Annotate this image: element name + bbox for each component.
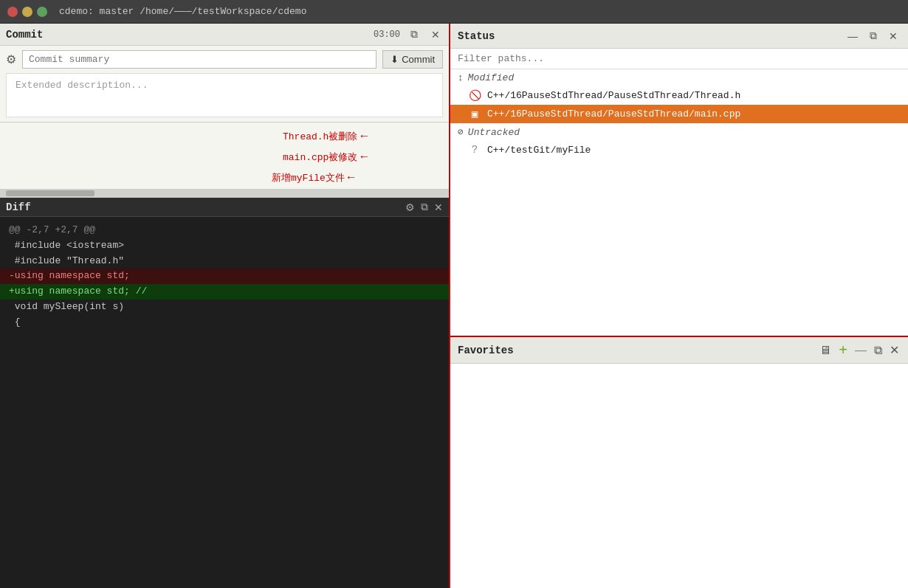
item-path: C++/16PauseStdThread/PauseStdThread/main… xyxy=(487,108,740,120)
main-layout: Commit 03:00 ⧉ ✕ ⚙ ⬇ Commit Extended des… xyxy=(0,24,908,588)
diff-gear-button[interactable]: ⚙ xyxy=(405,201,415,213)
item-path: C++/16PauseStdThread/PauseStdThread/Thre… xyxy=(487,90,740,101)
diff-line: @@ -2,7 +2,7 @@ xyxy=(0,223,449,238)
category-label: Untracked xyxy=(468,127,520,138)
favorites-external-button[interactable]: ⧉ xyxy=(873,344,884,357)
status-external-button[interactable]: ⧉ xyxy=(867,28,880,44)
commit-gear-button[interactable]: ⚙ xyxy=(6,52,16,66)
item-status-icon: ? xyxy=(468,144,481,156)
favorites-title: Favorites xyxy=(458,345,514,356)
status-title: Status xyxy=(458,30,495,42)
commit-time: 03:00 xyxy=(374,30,400,40)
annotations-area: Thread.h被删除 main.cpp被修改 新增myFile文件 xyxy=(0,122,449,189)
diff-header: Diff ⚙ ⧉ ✕ xyxy=(0,198,449,217)
commit-close-button[interactable]: ✕ xyxy=(428,27,443,42)
diff-line: void mySleep(int s) xyxy=(0,300,449,315)
status-header: Status — ⧉ ✕ xyxy=(450,24,908,49)
window-minimize-button[interactable] xyxy=(22,7,32,17)
status-minimize-button[interactable]: — xyxy=(845,28,861,44)
left-panel: Commit 03:00 ⧉ ✕ ⚙ ⬇ Commit Extended des… xyxy=(0,24,450,588)
category-icon: ↕ xyxy=(458,72,464,83)
window-maximize-button[interactable] xyxy=(37,7,47,17)
category-icon: ⊘ xyxy=(458,126,464,138)
diff-header-icons: ⚙ ⧉ ✕ xyxy=(405,201,443,213)
commit-section: Commit 03:00 ⧉ ✕ ⚙ ⬇ Commit Extended des… xyxy=(0,24,449,122)
commit-button[interactable]: ⬇ Commit xyxy=(382,50,443,69)
diff-content: @@ -2,7 +2,7 @@ #include <iostream> #inc… xyxy=(0,217,449,588)
diff-close-button[interactable]: ✕ xyxy=(434,201,443,213)
item-status-icon: ▣ xyxy=(468,108,481,120)
window-controls xyxy=(7,7,47,17)
commit-btn-icon: ⬇ xyxy=(391,54,399,65)
titlebar: cdemo: master /home/———/testWorkspace/cd… xyxy=(0,0,908,24)
scrollbar-thumb[interactable] xyxy=(6,190,94,196)
item-status-icon: 🚫 xyxy=(468,89,481,102)
favorites-add-button[interactable]: + xyxy=(837,342,849,359)
commit-header: Commit 03:00 ⧉ ✕ xyxy=(0,24,449,46)
status-section: Status — ⧉ ✕ ↕Modified🚫C++/16PauseStdThr… xyxy=(450,24,908,337)
commit-header-right: 03:00 ⧉ ✕ xyxy=(374,27,443,42)
diff-section: Diff ⚙ ⧉ ✕ @@ -2,7 +2,7 @@ #include <ios… xyxy=(0,198,449,588)
favorites-close-button[interactable]: ✕ xyxy=(888,343,901,357)
commit-input-row: ⚙ ⬇ Commit xyxy=(0,46,449,73)
commit-external-button[interactable]: ⧉ xyxy=(407,27,421,42)
diff-line: #include <iostream> xyxy=(0,238,449,254)
category-label: Modified xyxy=(468,72,514,83)
annotation-2: 新增myFile文件 xyxy=(272,171,354,184)
status-list: ↕Modified🚫C++/16PauseStdThread/PauseStdT… xyxy=(450,69,908,336)
favorites-header-icons: 🖥 + — ⧉ ✕ xyxy=(818,342,901,359)
status-item[interactable]: ▣C++/16PauseStdThread/PauseStdThread/mai… xyxy=(450,105,908,123)
favorites-content xyxy=(450,364,908,588)
commit-title: Commit xyxy=(6,29,43,41)
diff-line: #include "Thread.h" xyxy=(0,254,449,269)
extended-description[interactable]: Extended description... xyxy=(6,73,443,117)
annotation-0: Thread.h被删除 xyxy=(283,130,368,143)
favorites-monitor-button[interactable]: 🖥 xyxy=(818,344,833,357)
favorites-section: Favorites 🖥 + — ⧉ ✕ xyxy=(450,337,908,588)
status-category: ⊘Untracked xyxy=(450,123,908,141)
status-close-button[interactable]: ✕ xyxy=(886,28,901,44)
favorites-header: Favorites 🖥 + — ⧉ ✕ xyxy=(450,337,908,364)
window-title: cdemo: master /home/———/testWorkspace/cd… xyxy=(59,6,306,17)
diff-title: Diff xyxy=(6,201,31,213)
status-item[interactable]: 🚫C++/16PauseStdThread/PauseStdThread/Thr… xyxy=(450,86,908,105)
status-header-icons: — ⧉ ✕ xyxy=(845,28,901,44)
favorites-remove-button[interactable]: — xyxy=(853,344,868,357)
commit-btn-label: Commit xyxy=(402,54,435,65)
commit-summary-input[interactable] xyxy=(22,50,376,69)
right-panel: Status — ⧉ ✕ ↕Modified🚫C++/16PauseStdThr… xyxy=(450,24,908,588)
item-path: C++/testGit/myFile xyxy=(487,145,591,156)
diff-external-button[interactable]: ⧉ xyxy=(421,201,428,213)
annotation-1: main.cpp被修改 xyxy=(283,151,368,164)
status-category: ↕Modified xyxy=(450,69,908,86)
horizontal-scrollbar[interactable] xyxy=(0,189,449,198)
diff-line: { xyxy=(0,315,449,331)
status-item[interactable]: ?C++/testGit/myFile xyxy=(450,141,908,159)
window-close-button[interactable] xyxy=(7,7,18,17)
diff-line: +using namespace std; // xyxy=(0,284,449,300)
filter-paths-input[interactable] xyxy=(450,49,908,69)
diff-line: -using namespace std; xyxy=(0,269,449,284)
